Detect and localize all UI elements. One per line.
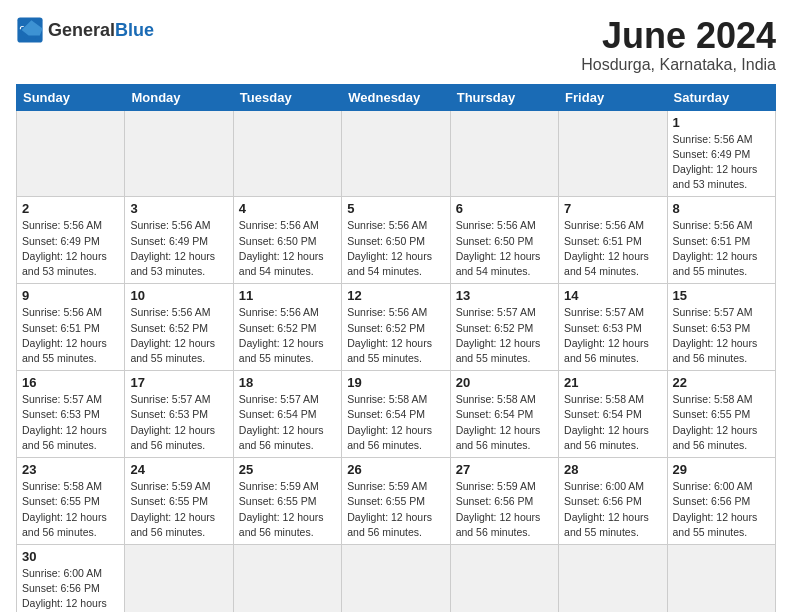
day-number: 2 — [22, 201, 119, 216]
week-row-4: 16Sunrise: 5:57 AMSunset: 6:53 PMDayligh… — [17, 371, 776, 458]
day-info: Sunrise: 5:56 AMSunset: 6:49 PMDaylight:… — [673, 132, 770, 193]
calendar-cell — [450, 544, 558, 612]
day-info: Sunrise: 5:56 AMSunset: 6:49 PMDaylight:… — [22, 218, 119, 279]
day-number: 6 — [456, 201, 553, 216]
title-area: June 2024 Hosdurga, Karnataka, India — [581, 16, 776, 74]
day-info: Sunrise: 5:56 AMSunset: 6:51 PMDaylight:… — [22, 305, 119, 366]
day-info: Sunrise: 5:56 AMSunset: 6:52 PMDaylight:… — [347, 305, 444, 366]
day-number: 9 — [22, 288, 119, 303]
day-info: Sunrise: 5:56 AMSunset: 6:50 PMDaylight:… — [456, 218, 553, 279]
calendar-cell: 26Sunrise: 5:59 AMSunset: 6:55 PMDayligh… — [342, 458, 450, 545]
calendar-cell: 12Sunrise: 5:56 AMSunset: 6:52 PMDayligh… — [342, 284, 450, 371]
day-info: Sunrise: 5:57 AMSunset: 6:53 PMDaylight:… — [22, 392, 119, 453]
calendar-cell: 5Sunrise: 5:56 AMSunset: 6:50 PMDaylight… — [342, 197, 450, 284]
day-number: 30 — [22, 549, 119, 564]
day-info: Sunrise: 5:59 AMSunset: 6:55 PMDaylight:… — [130, 479, 227, 540]
week-row-1: 1Sunrise: 5:56 AMSunset: 6:49 PMDaylight… — [17, 110, 776, 197]
column-header-monday: Monday — [125, 84, 233, 110]
calendar-cell: 11Sunrise: 5:56 AMSunset: 6:52 PMDayligh… — [233, 284, 341, 371]
day-info: Sunrise: 5:58 AMSunset: 6:54 PMDaylight:… — [347, 392, 444, 453]
day-number: 17 — [130, 375, 227, 390]
day-info: Sunrise: 5:58 AMSunset: 6:55 PMDaylight:… — [673, 392, 770, 453]
calendar-cell: 21Sunrise: 5:58 AMSunset: 6:54 PMDayligh… — [559, 371, 667, 458]
calendar-cell: 7Sunrise: 5:56 AMSunset: 6:51 PMDaylight… — [559, 197, 667, 284]
day-number: 12 — [347, 288, 444, 303]
day-info: Sunrise: 5:56 AMSunset: 6:49 PMDaylight:… — [130, 218, 227, 279]
calendar-cell: 15Sunrise: 5:57 AMSunset: 6:53 PMDayligh… — [667, 284, 775, 371]
day-info: Sunrise: 5:56 AMSunset: 6:51 PMDaylight:… — [564, 218, 661, 279]
calendar-cell: 14Sunrise: 5:57 AMSunset: 6:53 PMDayligh… — [559, 284, 667, 371]
calendar-cell: 1Sunrise: 5:56 AMSunset: 6:49 PMDaylight… — [667, 110, 775, 197]
day-number: 16 — [22, 375, 119, 390]
location-title: Hosdurga, Karnataka, India — [581, 56, 776, 74]
day-info: Sunrise: 6:00 AMSunset: 6:56 PMDaylight:… — [22, 566, 119, 612]
week-row-5: 23Sunrise: 5:58 AMSunset: 6:55 PMDayligh… — [17, 458, 776, 545]
day-number: 26 — [347, 462, 444, 477]
column-header-wednesday: Wednesday — [342, 84, 450, 110]
calendar-cell: 18Sunrise: 5:57 AMSunset: 6:54 PMDayligh… — [233, 371, 341, 458]
day-info: Sunrise: 5:57 AMSunset: 6:53 PMDaylight:… — [673, 305, 770, 366]
day-info: Sunrise: 5:56 AMSunset: 6:50 PMDaylight:… — [239, 218, 336, 279]
calendar-cell — [233, 544, 341, 612]
calendar-cell: 24Sunrise: 5:59 AMSunset: 6:55 PMDayligh… — [125, 458, 233, 545]
calendar-cell: 29Sunrise: 6:00 AMSunset: 6:56 PMDayligh… — [667, 458, 775, 545]
day-info: Sunrise: 6:00 AMSunset: 6:56 PMDaylight:… — [673, 479, 770, 540]
calendar-cell — [559, 544, 667, 612]
calendar-cell: 9Sunrise: 5:56 AMSunset: 6:51 PMDaylight… — [17, 284, 125, 371]
calendar-cell: 2Sunrise: 5:56 AMSunset: 6:49 PMDaylight… — [17, 197, 125, 284]
day-number: 22 — [673, 375, 770, 390]
calendar-cell: 28Sunrise: 6:00 AMSunset: 6:56 PMDayligh… — [559, 458, 667, 545]
day-number: 3 — [130, 201, 227, 216]
day-number: 21 — [564, 375, 661, 390]
day-number: 1 — [673, 115, 770, 130]
day-info: Sunrise: 5:59 AMSunset: 6:55 PMDaylight:… — [239, 479, 336, 540]
day-number: 8 — [673, 201, 770, 216]
day-info: Sunrise: 5:56 AMSunset: 6:52 PMDaylight:… — [239, 305, 336, 366]
calendar-cell — [125, 544, 233, 612]
day-info: Sunrise: 5:56 AMSunset: 6:50 PMDaylight:… — [347, 218, 444, 279]
calendar-cell: 6Sunrise: 5:56 AMSunset: 6:50 PMDaylight… — [450, 197, 558, 284]
day-info: Sunrise: 5:57 AMSunset: 6:52 PMDaylight:… — [456, 305, 553, 366]
day-info: Sunrise: 6:00 AMSunset: 6:56 PMDaylight:… — [564, 479, 661, 540]
logo-text: GeneralBlue — [48, 21, 154, 39]
day-number: 27 — [456, 462, 553, 477]
day-number: 7 — [564, 201, 661, 216]
day-info: Sunrise: 5:56 AMSunset: 6:51 PMDaylight:… — [673, 218, 770, 279]
day-info: Sunrise: 5:58 AMSunset: 6:55 PMDaylight:… — [22, 479, 119, 540]
day-info: Sunrise: 5:56 AMSunset: 6:52 PMDaylight:… — [130, 305, 227, 366]
day-info: Sunrise: 5:57 AMSunset: 6:53 PMDaylight:… — [130, 392, 227, 453]
day-number: 14 — [564, 288, 661, 303]
month-title: June 2024 — [581, 16, 776, 56]
calendar-cell: 23Sunrise: 5:58 AMSunset: 6:55 PMDayligh… — [17, 458, 125, 545]
week-row-6: 30Sunrise: 6:00 AMSunset: 6:56 PMDayligh… — [17, 544, 776, 612]
calendar-cell — [342, 110, 450, 197]
column-header-saturday: Saturday — [667, 84, 775, 110]
day-number: 24 — [130, 462, 227, 477]
calendar-table: SundayMondayTuesdayWednesdayThursdayFrid… — [16, 84, 776, 612]
calendar-cell: 17Sunrise: 5:57 AMSunset: 6:53 PMDayligh… — [125, 371, 233, 458]
day-number: 4 — [239, 201, 336, 216]
day-number: 19 — [347, 375, 444, 390]
day-info: Sunrise: 5:59 AMSunset: 6:55 PMDaylight:… — [347, 479, 444, 540]
day-number: 23 — [22, 462, 119, 477]
calendar-cell: 3Sunrise: 5:56 AMSunset: 6:49 PMDaylight… — [125, 197, 233, 284]
day-number: 25 — [239, 462, 336, 477]
column-header-tuesday: Tuesday — [233, 84, 341, 110]
calendar-cell — [559, 110, 667, 197]
column-header-friday: Friday — [559, 84, 667, 110]
logo: G GeneralBlue — [16, 16, 154, 44]
day-info: Sunrise: 5:58 AMSunset: 6:54 PMDaylight:… — [564, 392, 661, 453]
calendar-cell — [342, 544, 450, 612]
day-number: 13 — [456, 288, 553, 303]
calendar-cell: 27Sunrise: 5:59 AMSunset: 6:56 PMDayligh… — [450, 458, 558, 545]
day-info: Sunrise: 5:59 AMSunset: 6:56 PMDaylight:… — [456, 479, 553, 540]
calendar-cell: 8Sunrise: 5:56 AMSunset: 6:51 PMDaylight… — [667, 197, 775, 284]
calendar-cell — [233, 110, 341, 197]
day-info: Sunrise: 5:58 AMSunset: 6:54 PMDaylight:… — [456, 392, 553, 453]
calendar-cell: 13Sunrise: 5:57 AMSunset: 6:52 PMDayligh… — [450, 284, 558, 371]
calendar-cell — [667, 544, 775, 612]
day-number: 11 — [239, 288, 336, 303]
calendar-cell: 19Sunrise: 5:58 AMSunset: 6:54 PMDayligh… — [342, 371, 450, 458]
calendar-cell — [450, 110, 558, 197]
day-info: Sunrise: 5:57 AMSunset: 6:54 PMDaylight:… — [239, 392, 336, 453]
